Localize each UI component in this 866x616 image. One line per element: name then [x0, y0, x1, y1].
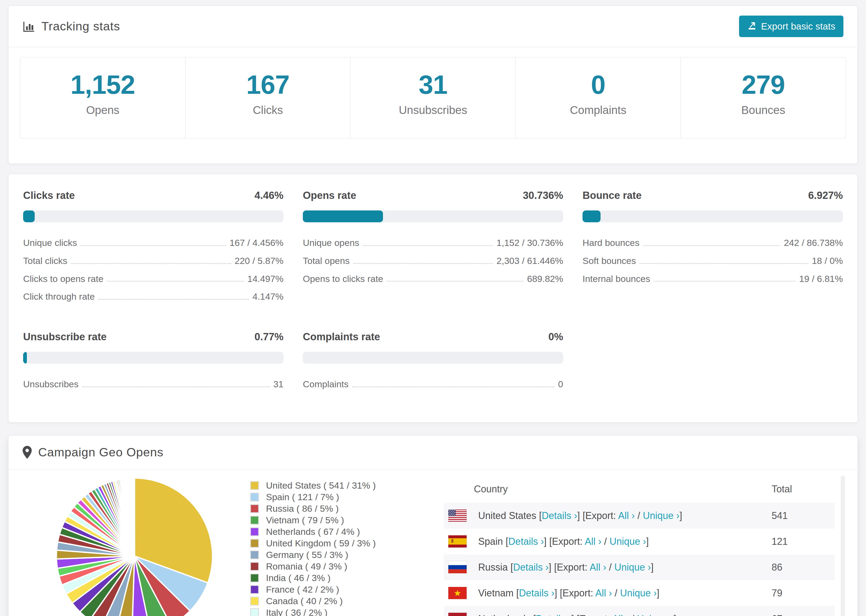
- rate-block-complaints: Complaints rate 0% Complaints0: [303, 331, 563, 397]
- opens-rate-progressbar: [303, 211, 563, 222]
- dotted-leader: [363, 245, 493, 246]
- row-label: Hard bounces: [583, 237, 639, 248]
- bar-chart-icon: [23, 20, 35, 33]
- legend-label: Romania ( 49 / 3% ): [266, 561, 347, 572]
- legend-swatch: [250, 585, 259, 594]
- unsubscribe-rate-progressbar: [23, 352, 283, 364]
- dotted-leader: [82, 387, 269, 387]
- flag-ru-icon: [448, 561, 467, 574]
- row-value: 167 / 4.456%: [230, 237, 283, 248]
- country-name: Netherlands: [478, 613, 531, 616]
- row-label: Unique clicks: [23, 237, 77, 248]
- details-link[interactable]: Details ›: [536, 613, 571, 616]
- table-row: Vietnam [Details ›] [Export: All › / Uni…: [444, 580, 835, 606]
- stat-unsubscribes-value: 31: [353, 71, 513, 98]
- row-value: 19 / 6.81%: [799, 273, 843, 284]
- geo-title: Campaign Geo Opens: [38, 445, 164, 459]
- legend-item[interactable]: Spain ( 121 / 7% ): [250, 491, 379, 503]
- total-cell: 67: [772, 613, 835, 616]
- row-value: 2,303 / 61.446%: [496, 255, 563, 266]
- table-scrollbar[interactable]: [841, 475, 845, 616]
- stat-bounces: 279 Bounces: [681, 58, 846, 138]
- flag-es-icon: [448, 535, 467, 548]
- legend-label: Spain ( 121 / 7% ): [266, 492, 339, 502]
- complaints-rate-title: Complaints rate: [303, 331, 380, 343]
- dotted-leader: [639, 263, 808, 264]
- legend-item[interactable]: Netherlands ( 67 / 4% ): [250, 526, 379, 537]
- legend-item[interactable]: France ( 42 / 2% ): [250, 584, 379, 595]
- details-link[interactable]: Details ›: [542, 510, 577, 521]
- details-link[interactable]: Details ›: [513, 562, 549, 573]
- export-unique-link[interactable]: Unique ›: [620, 588, 657, 599]
- legend-item[interactable]: United States ( 541 / 31% ): [250, 480, 379, 491]
- row-label: Unique opens: [303, 237, 359, 248]
- clicks-rate-progressbar: [23, 211, 283, 222]
- export-unique-link[interactable]: Unique ›: [609, 536, 646, 547]
- row-label: Complaints: [303, 379, 348, 390]
- geo-pie-chart: [54, 475, 215, 616]
- legend-label: Canada ( 40 / 2% ): [266, 596, 343, 606]
- country-cell: United States [Details ›] [Export: All ›…: [478, 510, 772, 522]
- legend-swatch: [250, 481, 259, 490]
- row-value: 1,152 / 30.736%: [496, 237, 563, 248]
- export-unique-link[interactable]: Unique ›: [614, 562, 651, 573]
- export-unique-link[interactable]: Unique ›: [637, 613, 674, 616]
- country-name: Spain: [478, 536, 503, 547]
- row-label: Opens to clicks rate: [303, 273, 383, 284]
- legend-item[interactable]: India ( 46 / 3% ): [250, 572, 379, 584]
- bounce-rate-progressbar: [583, 211, 843, 222]
- export-all-link[interactable]: All ›: [585, 536, 601, 547]
- dotted-leader: [81, 245, 226, 246]
- rate-block-unsubscribes: Unsubscribe rate 0.77% Unsubscribes31: [23, 331, 283, 397]
- column-header-total: Total: [772, 484, 835, 495]
- country-name: United States: [478, 510, 536, 521]
- legend-item[interactable]: Italy ( 36 / 2% ): [250, 607, 379, 616]
- flag-nl-icon: [448, 613, 467, 616]
- details-link[interactable]: Details ›: [519, 588, 554, 599]
- export-basic-stats-button[interactable]: Export basic stats: [739, 16, 843, 37]
- export-all-link[interactable]: All ›: [589, 562, 606, 573]
- legend-label: United Kingdom ( 59 / 3% ): [266, 538, 376, 548]
- flag-vn-icon: [448, 587, 467, 599]
- geo-table-header: Country Total: [444, 475, 835, 503]
- legend-item[interactable]: Russia ( 86 / 5% ): [250, 503, 379, 514]
- dotted-leader: [643, 245, 780, 246]
- legend-label: Italy ( 36 / 2% ): [266, 607, 328, 616]
- tracking-card-header: Tracking stats Export basic stats: [9, 6, 857, 47]
- row-value: 220 / 5.87%: [235, 255, 283, 266]
- page-title: Tracking stats: [41, 19, 120, 33]
- legend-item[interactable]: United Kingdom ( 59 / 3% ): [250, 537, 379, 549]
- legend-swatch: [250, 608, 259, 616]
- stat-opens: 1,152 Opens: [20, 58, 186, 138]
- row-value: 18 / 0%: [812, 255, 843, 266]
- country-cell: Netherlands [Details ›] [Export: All › /…: [478, 613, 772, 616]
- legend-item[interactable]: Vietnam ( 79 / 5% ): [250, 514, 379, 526]
- clicks-rate-title: Clicks rate: [23, 190, 75, 201]
- opens-rate-title: Opens rate: [303, 190, 356, 201]
- legend-item[interactable]: Romania ( 49 / 3% ): [250, 561, 379, 572]
- row-label: Click through rate: [23, 291, 94, 302]
- geo-card-header: Campaign Geo Opens: [9, 436, 857, 470]
- export-unique-link[interactable]: Unique ›: [643, 510, 679, 521]
- export-all-link[interactable]: All ›: [612, 613, 629, 616]
- country-cell: Vietnam [Details ›] [Export: All › / Uni…: [478, 588, 772, 599]
- export-all-link[interactable]: All ›: [595, 588, 612, 599]
- legend-item[interactable]: Canada ( 40 / 2% ): [250, 595, 379, 607]
- details-link[interactable]: Details ›: [508, 536, 544, 547]
- row-label: Soft bounces: [583, 255, 636, 266]
- export-all-link[interactable]: All ›: [618, 510, 635, 521]
- dotted-leader: [353, 263, 493, 264]
- stats-summary-row: 1,152 Opens 167 Clicks 31 Unsubscribes 0…: [20, 57, 846, 139]
- legend-label: France ( 42 / 2% ): [266, 584, 339, 595]
- bounce-rate-fill: [583, 211, 601, 222]
- row-label: Internal bounces: [583, 273, 650, 284]
- legend-item[interactable]: Germany ( 55 / 3% ): [250, 549, 379, 561]
- rate-block-bounces: Bounce rate 6.927% Hard bounces242 / 86.…: [583, 190, 843, 309]
- opens-rate-value: 30.736%: [523, 190, 563, 201]
- row-label: Total clicks: [23, 255, 67, 266]
- stat-complaints-label: Complaints: [518, 104, 678, 117]
- opens-rate-fill: [303, 211, 383, 222]
- row-value: 689.82%: [527, 273, 563, 284]
- legend-swatch: [250, 562, 259, 571]
- stat-unsubscribes-label: Unsubscribes: [353, 104, 513, 117]
